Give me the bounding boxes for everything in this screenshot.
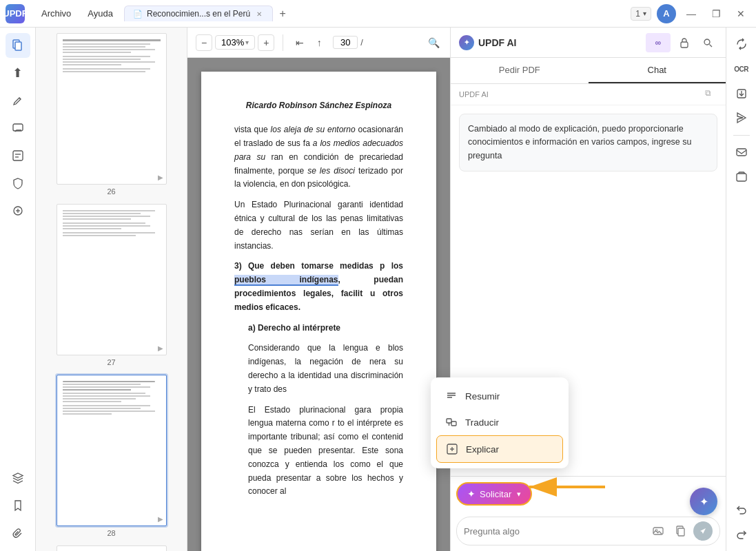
new-tab-button[interactable]: + bbox=[274, 6, 291, 22]
page-input: / bbox=[333, 36, 363, 49]
image-input-button[interactable] bbox=[649, 522, 667, 540]
toolbar-protect-icon[interactable] bbox=[6, 171, 30, 196]
svg-rect-3 bbox=[13, 151, 23, 160]
title-bar: UPDF Archivo Ayuda 📄 Reconocimien...s en… bbox=[0, 0, 756, 28]
toolbar-upload-icon[interactable]: ⬆ bbox=[6, 61, 30, 85]
resumir-label: Resumir bbox=[465, 391, 500, 402]
pdf-author: Ricardo Robinson Sánchez Espinoza bbox=[234, 99, 403, 112]
rt-undo-icon[interactable] bbox=[731, 499, 753, 521]
context-menu: Resumir Traducir Explicar bbox=[431, 377, 569, 468]
close-button[interactable]: ✕ bbox=[731, 4, 750, 23]
thumbnail-page-28[interactable]: ▶ 28 bbox=[43, 375, 181, 537]
ai-panel: ✦ UPDF AI ∞ Pedir PDF Chat UPDF AI ⧉ Cam… bbox=[450, 28, 726, 551]
chat-input-row bbox=[456, 517, 720, 545]
solicitar-button[interactable]: ✦ Solicitar ▾ bbox=[456, 482, 532, 506]
left-toolbar: ⬆ bbox=[0, 28, 36, 551]
toolbar-separator bbox=[283, 34, 283, 51]
app-logo: UPDF bbox=[6, 4, 25, 23]
ai-logo: ✦ UPDF AI bbox=[459, 35, 516, 50]
thumbnail-label-28: 28 bbox=[107, 529, 115, 537]
thumbnail-img-28: ▶ bbox=[57, 375, 167, 526]
rt-share-icon[interactable] bbox=[731, 107, 753, 129]
rt-files-icon[interactable] bbox=[731, 166, 753, 188]
traducir-label: Traducir bbox=[465, 417, 499, 428]
thumbnail-label-27: 27 bbox=[107, 358, 115, 366]
svg-rect-15 bbox=[447, 419, 451, 423]
svg-rect-27 bbox=[737, 149, 746, 156]
zoom-value[interactable]: 103% ▾ bbox=[215, 35, 255, 50]
minimize-button[interactable]: — bbox=[682, 4, 701, 23]
toolbar-bookmark-icon[interactable] bbox=[6, 493, 30, 518]
toolbar-edit-icon[interactable] bbox=[6, 88, 30, 113]
pdf-paragraph-1: vista que los aleja de su entorno ocasio… bbox=[234, 123, 403, 191]
svg-point-10 bbox=[704, 39, 710, 45]
thumbnail-label-26: 26 bbox=[107, 187, 115, 196]
updf-ai-fab[interactable]: ✦ bbox=[690, 488, 717, 515]
ai-input-area: ✦ Solicitar ▾ bbox=[451, 476, 726, 551]
svg-rect-28 bbox=[737, 174, 746, 181]
pdf-content[interactable]: Ricardo Robinson Sánchez Espinoza vista … bbox=[187, 58, 450, 551]
right-toolbar: OCR bbox=[726, 28, 756, 551]
user-avatar[interactable]: A bbox=[657, 4, 676, 23]
search-button[interactable]: 🔍 bbox=[425, 34, 442, 51]
menu-archivo[interactable]: Archivo bbox=[36, 7, 76, 20]
send-button[interactable] bbox=[693, 521, 713, 541]
rt-email-icon[interactable] bbox=[731, 141, 753, 163]
ai-lock-button[interactable] bbox=[675, 33, 694, 52]
ai-title: UPDF AI bbox=[478, 37, 516, 48]
context-item-explicar[interactable]: Explicar bbox=[436, 435, 563, 463]
main-content: ⬆ bbox=[0, 28, 756, 551]
tab-document[interactable]: 📄 Reconocimien...s en el Perú ✕ bbox=[124, 6, 273, 21]
toolbar-comment-icon[interactable] bbox=[6, 116, 30, 141]
toolbar-forms-icon[interactable] bbox=[6, 143, 30, 168]
page-nav[interactable]: 1 ▾ bbox=[631, 7, 651, 21]
toolbar-pages-icon[interactable] bbox=[6, 33, 30, 58]
thumbnail-page-27[interactable]: ▶ 27 bbox=[43, 204, 181, 366]
zoom-out-button[interactable]: − bbox=[196, 34, 212, 51]
rt-extract-icon[interactable] bbox=[731, 83, 753, 105]
tab-chat[interactable]: Chat bbox=[589, 58, 726, 83]
pdf-toolbar: − 103% ▾ + ⇤ ↑ / 🔍 bbox=[187, 28, 450, 58]
page-indicator: ▶ bbox=[158, 515, 163, 523]
tab-bar: 📄 Reconocimien...s en el Perú ✕ + bbox=[124, 6, 625, 22]
title-bar-right: 1 ▾ A — ❐ ✕ bbox=[631, 4, 750, 23]
maximize-button[interactable]: ❐ bbox=[706, 4, 726, 23]
explicar-icon bbox=[445, 442, 459, 456]
ai-header-right: ∞ bbox=[646, 33, 717, 52]
ai-search-button[interactable] bbox=[698, 33, 717, 52]
thumbnail-panel: ▶ 26 ▶ 27 bbox=[36, 28, 187, 551]
nav-first-button[interactable]: ⇤ bbox=[292, 34, 308, 51]
ai-logo-icon: ✦ bbox=[459, 35, 474, 50]
tab-close-button[interactable]: ✕ bbox=[254, 9, 264, 19]
menu-ayuda[interactable]: Ayuda bbox=[82, 7, 119, 20]
ai-infinite-button[interactable]: ∞ bbox=[646, 33, 671, 52]
thumbnail-img-27: ▶ bbox=[57, 204, 167, 355]
page-number-input[interactable] bbox=[333, 36, 358, 49]
nav-prev-button[interactable]: ↑ bbox=[311, 34, 327, 51]
toolbar-compress-icon[interactable] bbox=[6, 198, 30, 223]
copy-text-button[interactable] bbox=[671, 522, 689, 540]
svg-rect-16 bbox=[451, 422, 456, 426]
thumbnail-page-29[interactable]: ▶ 29 bbox=[43, 545, 181, 551]
rt-separator bbox=[733, 135, 750, 136]
thumbnail-page-26[interactable]: ▶ 26 bbox=[43, 33, 181, 196]
ai-message: Cambiado al modo de explicación, puedo p… bbox=[459, 114, 717, 171]
tab-pedir-pdf[interactable]: Pedir PDF bbox=[451, 58, 589, 83]
svg-line-11 bbox=[710, 44, 713, 47]
zoom-control: − 103% ▾ + bbox=[196, 34, 274, 51]
copy-button[interactable]: ⧉ bbox=[705, 88, 717, 101]
toolbar-attachment-icon[interactable] bbox=[6, 521, 30, 545]
zoom-in-button[interactable]: + bbox=[258, 34, 274, 51]
toolbar-layers-icon[interactable] bbox=[6, 466, 30, 490]
chat-input[interactable] bbox=[464, 526, 645, 537]
rt-ocr-icon[interactable]: OCR bbox=[731, 58, 753, 80]
thumbnail-img-26: ▶ bbox=[57, 33, 167, 185]
thumbnail-img-29: ▶ bbox=[57, 545, 167, 551]
context-item-traducir[interactable]: Traducir bbox=[436, 409, 563, 435]
rt-rotate-icon[interactable] bbox=[731, 33, 753, 55]
ai-header: ✦ UPDF AI ∞ bbox=[451, 28, 726, 58]
pdf-paragraph-2: Un Estado Plurinacional garanti identida… bbox=[234, 198, 403, 253]
pdf-item-3: 3) Que deben tomarse medidas p los puebl… bbox=[234, 260, 403, 314]
context-item-resumir[interactable]: Resumir bbox=[436, 383, 563, 409]
rt-redo-icon[interactable] bbox=[731, 523, 753, 545]
